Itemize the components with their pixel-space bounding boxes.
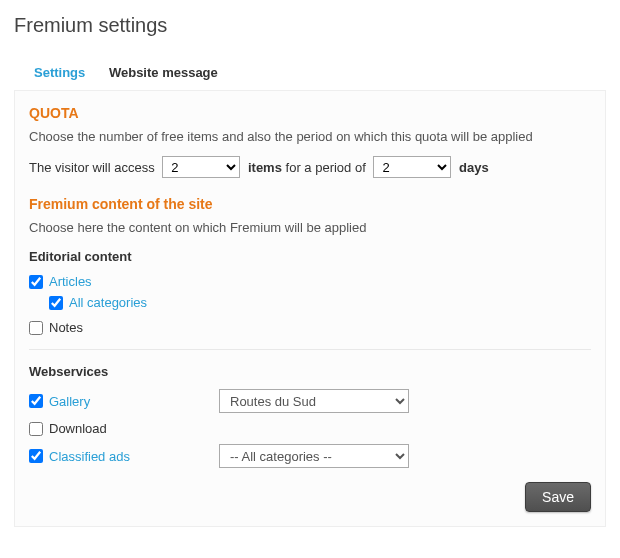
articles-checkbox[interactable] (29, 275, 43, 289)
classified-checkbox[interactable] (29, 449, 43, 463)
tabs: Settings Website message (14, 51, 606, 90)
all-categories-label[interactable]: All categories (69, 295, 147, 310)
gallery-row: Gallery Routes du Sud (29, 389, 591, 413)
classified-select[interactable]: -- All categories -- (219, 444, 409, 468)
quota-prefix: The visitor will access (29, 160, 155, 175)
classified-row: Classified ads -- All categories -- (29, 444, 591, 468)
gallery-label[interactable]: Gallery (49, 394, 90, 409)
content-desc: Choose here the content on which Fremium… (29, 220, 591, 235)
quota-mid2: for a period of (286, 160, 366, 175)
quota-days-label: days (459, 160, 489, 175)
download-label: Download (49, 421, 107, 436)
articles-row: Articles (29, 274, 591, 289)
tab-settings[interactable]: Settings (24, 59, 95, 90)
webservices-heading: Webservices (29, 364, 591, 379)
footer: Save (29, 482, 591, 512)
editorial-heading: Editorial content (29, 249, 591, 264)
quota-desc: Choose the number of free items and also… (29, 129, 591, 144)
download-checkbox[interactable] (29, 422, 43, 436)
notes-label: Notes (49, 320, 83, 335)
content-heading: Fremium content of the site (29, 196, 591, 212)
settings-panel: QUOTA Choose the number of free items an… (14, 90, 606, 527)
classified-label[interactable]: Classified ads (49, 449, 130, 464)
quota-period-select[interactable]: 2 (373, 156, 451, 178)
all-categories-row: All categories (49, 295, 591, 310)
all-categories-checkbox[interactable] (49, 296, 63, 310)
quota-items-label: items (248, 160, 282, 175)
quota-heading: QUOTA (29, 105, 591, 121)
save-button[interactable]: Save (525, 482, 591, 512)
gallery-select[interactable]: Routes du Sud (219, 389, 409, 413)
gallery-checkbox[interactable] (29, 394, 43, 408)
notes-checkbox[interactable] (29, 321, 43, 335)
notes-row: Notes (29, 320, 591, 335)
divider (29, 349, 591, 350)
articles-label[interactable]: Articles (49, 274, 92, 289)
download-row: Download (29, 421, 591, 436)
quota-row: The visitor will access 2 items for a pe… (29, 156, 591, 178)
quota-items-select[interactable]: 2 (162, 156, 240, 178)
tab-website-message[interactable]: Website message (99, 59, 228, 90)
page-title: Fremium settings (14, 14, 606, 37)
